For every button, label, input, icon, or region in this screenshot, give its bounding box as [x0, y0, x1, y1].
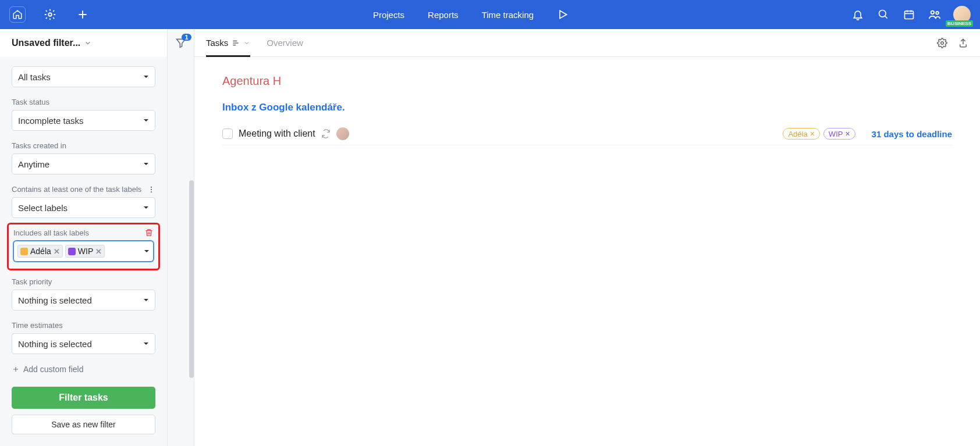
- contains-value: Select labels: [18, 203, 68, 213]
- tabs-bar: Tasks Overview: [194, 29, 980, 57]
- label-chip: Adéla✕: [17, 245, 63, 258]
- funnel-icon[interactable]: 1: [175, 37, 187, 446]
- chevron-down-icon: [243, 40, 250, 47]
- content: Agentura H Inbox z Google kalendáře. Mee…: [194, 57, 980, 163]
- filter-title: Unsaved filter...: [12, 38, 80, 48]
- svg-point-5: [936, 12, 939, 15]
- project-title[interactable]: Agentura H: [222, 74, 952, 88]
- settings-icon[interactable]: [937, 38, 947, 48]
- tab-tasks-label: Tasks: [206, 38, 228, 48]
- caret-down-icon: [143, 297, 149, 303]
- task-name: Meeting with client: [239, 129, 315, 139]
- label-chip: WIP✕: [65, 245, 105, 258]
- bell-icon[interactable]: [851, 8, 865, 22]
- people-icon[interactable]: [928, 8, 942, 22]
- contains-select[interactable]: Select labels: [12, 197, 155, 218]
- play-icon[interactable]: [557, 9, 569, 20]
- home-icon[interactable]: [9, 6, 26, 23]
- tab-overview[interactable]: Overview: [267, 29, 303, 56]
- chevron-down-icon: [84, 39, 92, 47]
- user-avatar[interactable]: BUSINESS: [953, 6, 971, 23]
- scope-value: All tasks: [18, 72, 51, 82]
- tab-tasks[interactable]: Tasks: [206, 29, 250, 56]
- main: Tasks Overview Agentura H Inbox z Google…: [194, 29, 980, 446]
- svg-point-4: [931, 11, 935, 14]
- task-label-pill[interactable]: WIP×: [823, 128, 855, 140]
- caret-down-icon: [143, 74, 149, 80]
- caret-down-icon: [143, 205, 149, 210]
- estimates-value: Nothing is selected: [18, 339, 92, 349]
- status-label: Task status: [12, 98, 155, 106]
- includes-label: Includes all task labels: [13, 229, 89, 237]
- filter-actions: Filter tasks Save as new filter: [0, 379, 167, 446]
- contains-label: Contains at least one of the task labels: [12, 185, 141, 194]
- svg-marker-1: [560, 10, 567, 18]
- estimates-select[interactable]: Nothing is selected: [12, 333, 155, 354]
- caret-down-icon: [143, 117, 149, 123]
- status-select[interactable]: Incomplete tasks: [12, 110, 155, 131]
- more-icon[interactable]: [147, 185, 155, 194]
- priority-label: Task priority: [12, 277, 155, 286]
- add-custom-field[interactable]: Add custom field: [12, 365, 155, 374]
- assignee-avatar[interactable]: [336, 127, 349, 140]
- estimates-label: Time estimates: [12, 321, 155, 330]
- svg-point-9: [941, 41, 944, 44]
- recurring-icon: [321, 129, 331, 138]
- trash-icon[interactable]: [144, 228, 154, 237]
- pill-remove-icon[interactable]: ×: [845, 129, 850, 138]
- add-custom-label: Add custom field: [23, 365, 84, 374]
- caret-down-icon: [143, 161, 149, 167]
- filter-panel: All tasks Task status Incomplete tasks T…: [0, 57, 167, 379]
- svg-point-0: [48, 13, 52, 16]
- svg-rect-3: [905, 11, 914, 19]
- scrollbar[interactable]: [189, 180, 194, 378]
- chip-remove-icon[interactable]: ✕: [95, 247, 102, 256]
- pill-remove-icon[interactable]: ×: [810, 129, 815, 138]
- chip-remove-icon[interactable]: ✕: [54, 247, 60, 256]
- nav-projects[interactable]: Projects: [373, 10, 404, 20]
- includes-select[interactable]: Adéla✕WIP✕: [13, 241, 154, 262]
- svg-point-7: [151, 188, 152, 190]
- topbar-nav: Projects Reports Time tracking: [91, 9, 851, 20]
- sidebar: Unsaved filter... All tasks Task status …: [0, 29, 168, 446]
- search-icon[interactable]: [876, 8, 890, 22]
- topbar: Projects Reports Time tracking BUSINESS: [0, 0, 980, 29]
- task-checkbox[interactable]: [222, 129, 233, 139]
- includes-highlight: Includes all task labels Adéla✕WIP✕: [7, 223, 160, 270]
- svg-point-6: [151, 186, 152, 187]
- topbar-left: [9, 6, 91, 23]
- calendar-icon[interactable]: [902, 8, 916, 22]
- status-value: Incomplete tasks: [18, 116, 84, 126]
- funnel-badge: 1: [182, 34, 191, 41]
- priority-select[interactable]: Nothing is selected: [12, 290, 155, 311]
- plus-icon: [12, 365, 20, 373]
- svg-point-2: [879, 10, 886, 17]
- task-label-pill[interactable]: Adéla×: [783, 128, 819, 140]
- list-icon: [232, 39, 240, 47]
- funnel-column: 1: [168, 29, 194, 446]
- caret-down-icon: [144, 248, 150, 254]
- plan-badge: BUSINESS: [946, 20, 973, 27]
- gear-icon[interactable]: [42, 6, 58, 23]
- priority-value: Nothing is selected: [18, 295, 92, 305]
- plus-icon[interactable]: [74, 6, 91, 23]
- created-value: Anytime: [18, 159, 49, 169]
- share-icon[interactable]: [958, 38, 968, 48]
- save-filter-button[interactable]: Save as new filter: [12, 415, 155, 434]
- nav-reports[interactable]: Reports: [428, 10, 459, 20]
- caret-down-icon: [143, 341, 149, 347]
- svg-point-8: [151, 191, 152, 192]
- created-label: Tasks created in: [12, 141, 155, 150]
- filter-title-row[interactable]: Unsaved filter...: [0, 29, 167, 57]
- scope-select[interactable]: All tasks: [12, 66, 155, 87]
- tab-overview-label: Overview: [267, 38, 303, 48]
- workspace: Unsaved filter... All tasks Task status …: [0, 29, 980, 446]
- section-title[interactable]: Inbox z Google kalendáře.: [222, 102, 345, 113]
- topbar-right: BUSINESS: [851, 6, 971, 23]
- created-select[interactable]: Anytime: [12, 154, 155, 174]
- task-row[interactable]: Meeting with client Adéla×WIP× 31 days t…: [222, 123, 952, 145]
- deadline-text: 31 days to deadline: [872, 129, 952, 139]
- filter-button[interactable]: Filter tasks: [12, 387, 155, 409]
- nav-timetracking[interactable]: Time tracking: [482, 10, 534, 20]
